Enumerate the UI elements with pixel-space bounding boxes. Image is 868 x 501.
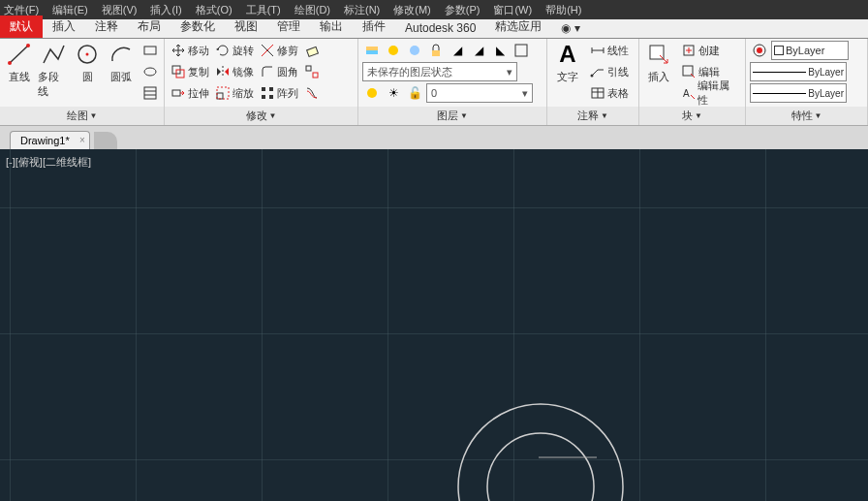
- svg-point-6: [144, 68, 156, 76]
- move-button[interactable]: 移动: [169, 41, 211, 60]
- linear-button[interactable]: 线性: [588, 41, 631, 60]
- layer-freeze-icon[interactable]: [405, 41, 424, 60]
- svg-rect-15: [306, 66, 311, 71]
- svg-rect-16: [313, 73, 318, 78]
- hatch-icon[interactable]: [140, 83, 160, 103]
- tab-output[interactable]: 输出: [310, 16, 353, 38]
- copy-button[interactable]: 复制: [169, 62, 211, 81]
- panel-modify-title[interactable]: 修改▼: [165, 107, 357, 125]
- arc-button[interactable]: 圆弧: [107, 41, 137, 107]
- tab-extra[interactable]: ◉ ▾: [551, 18, 589, 38]
- array-button[interactable]: 阵列: [258, 83, 300, 103]
- tab-annotate[interactable]: 注释: [85, 16, 128, 38]
- match-prop-icon[interactable]: [750, 41, 769, 60]
- new-tab-button[interactable]: [94, 132, 117, 149]
- tab-layout[interactable]: 布局: [128, 16, 170, 38]
- tab-a360[interactable]: Autodesk 360: [395, 18, 485, 38]
- mirror-button[interactable]: 镜像: [213, 62, 256, 81]
- ribbon: 直线 多段线 圆 圆弧: [0, 39, 868, 126]
- explode-icon[interactable]: [302, 62, 322, 81]
- svg-point-34: [591, 75, 594, 78]
- panel-annotate: A 文字 线性 引线 表格 注释▼: [547, 39, 639, 125]
- layer-prop-icon[interactable]: [362, 41, 382, 60]
- svg-point-27: [410, 46, 419, 55]
- svg-point-45: [757, 47, 762, 53]
- svg-point-30: [367, 88, 377, 98]
- editattr-button[interactable]: A编辑属性: [679, 83, 741, 103]
- tab-manage[interactable]: 管理: [267, 16, 310, 38]
- panel-draw: 直线 多段线 圆 圆弧: [0, 39, 165, 125]
- layer-bulb-icon[interactable]: [362, 83, 382, 103]
- svg-point-4: [86, 53, 89, 56]
- close-tab-icon[interactable]: ×: [79, 135, 85, 145]
- tab-featured[interactable]: 精选应用: [485, 16, 551, 38]
- svg-rect-24: [366, 47, 378, 50]
- svg-rect-12: [307, 47, 319, 56]
- arc-icon: [108, 41, 135, 68]
- svg-rect-18: [217, 93, 223, 99]
- ribbon-tabs: 默认 插入 注释 布局 参数化 视图 管理 输出 插件 Autodesk 360…: [0, 19, 868, 39]
- panel-annotate-title[interactable]: 注释▼: [547, 107, 638, 125]
- layer-current-dropdown[interactable]: 0▾: [426, 83, 533, 103]
- svg-line-0: [10, 46, 28, 63]
- line-button[interactable]: 直线: [4, 41, 34, 107]
- insert-button[interactable]: 插入: [643, 41, 675, 107]
- layer-more2-icon[interactable]: ◣: [490, 41, 510, 60]
- polyline-icon: [40, 41, 67, 68]
- layer-off-icon[interactable]: [384, 41, 403, 60]
- svg-rect-28: [432, 50, 440, 56]
- color-dropdown[interactable]: ByLayer: [771, 41, 849, 60]
- scale-button[interactable]: 缩放: [213, 83, 256, 103]
- panel-draw-title[interactable]: 绘图▼: [0, 107, 164, 125]
- svg-rect-17: [172, 90, 180, 96]
- offset-icon[interactable]: [302, 83, 322, 103]
- svg-rect-5: [144, 47, 156, 54]
- line-icon: [6, 41, 33, 68]
- svg-point-1: [8, 61, 12, 65]
- svg-text:A: A: [683, 88, 690, 99]
- circle-button[interactable]: 圆: [73, 41, 103, 107]
- stretch-button[interactable]: 拉伸: [169, 83, 211, 103]
- text-button[interactable]: A 文字: [551, 41, 584, 107]
- layer-sun-icon[interactable]: ☀: [384, 83, 403, 103]
- table-button[interactable]: 表格: [588, 83, 631, 103]
- panel-layer-title[interactable]: 图层▼: [358, 107, 546, 125]
- fillet-button[interactable]: 圆角: [258, 62, 300, 81]
- panel-block: 插入 创建 编辑 A编辑属性 块▼: [639, 39, 746, 125]
- menu-modify[interactable]: 修改(M): [393, 3, 431, 17]
- layer-lock2-icon[interactable]: 🔓: [405, 83, 424, 103]
- polyline-button[interactable]: 多段线: [38, 41, 68, 107]
- lineweight-dropdown[interactable]: ByLayer: [750, 62, 847, 81]
- svg-point-26: [388, 46, 398, 55]
- layer-more1-icon[interactable]: ◢: [469, 41, 488, 60]
- panel-props-title[interactable]: 特性▼: [746, 107, 867, 125]
- document-tab-bar: Drawing1* ×: [0, 126, 868, 149]
- layer-lock-icon[interactable]: [426, 41, 446, 60]
- svg-rect-23: [269, 95, 273, 99]
- tab-plugin[interactable]: 插件: [353, 16, 395, 38]
- trim-button[interactable]: 修剪: [258, 41, 300, 60]
- svg-point-2: [26, 44, 30, 47]
- inner-circle[interactable]: [482, 428, 599, 501]
- tab-default[interactable]: 默认: [0, 16, 43, 38]
- layer-match-icon[interactable]: [512, 41, 531, 60]
- document-tab[interactable]: Drawing1* ×: [10, 131, 90, 149]
- leader-button[interactable]: 引线: [588, 62, 631, 81]
- rotate-button[interactable]: 旋转: [213, 41, 256, 60]
- ellipse-icon[interactable]: [140, 62, 160, 81]
- tab-view[interactable]: 视图: [225, 16, 267, 38]
- drawing-canvas[interactable]: [-][俯视][二维线框]: [0, 149, 868, 501]
- rect-icon[interactable]: [140, 41, 160, 60]
- linetype-dropdown[interactable]: ByLayer: [750, 83, 847, 103]
- erase-icon[interactable]: [302, 41, 322, 60]
- create-button[interactable]: 创建: [679, 41, 741, 60]
- panel-block-title[interactable]: 块▼: [639, 107, 745, 125]
- layer-iso-icon[interactable]: ◢: [448, 41, 467, 60]
- svg-rect-22: [262, 95, 265, 99]
- svg-rect-21: [269, 87, 273, 91]
- tab-insert[interactable]: 插入: [43, 16, 85, 38]
- layer-state-dropdown[interactable]: 未保存的图层状态▾: [362, 62, 517, 81]
- menu-param[interactable]: 参数(P): [445, 3, 480, 17]
- tab-param[interactable]: 参数化: [170, 16, 225, 38]
- viewport-label[interactable]: [-][俯视][二维线框]: [6, 155, 91, 170]
